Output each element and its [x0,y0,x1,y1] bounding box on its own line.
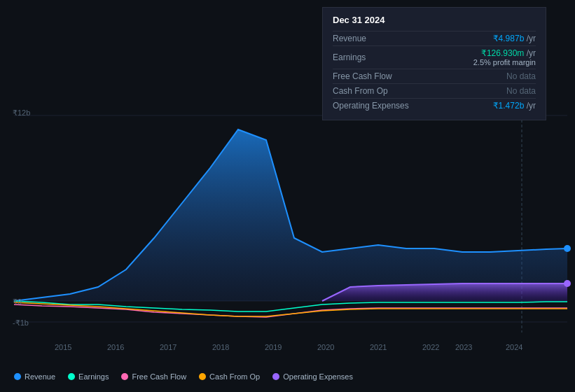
svg-point-6 [564,280,571,287]
y-label-top: ₹12b [13,108,30,118]
fcf-dot [121,373,128,380]
revenue-label: Revenue [333,34,366,43]
x-label-2021: 2021 [370,343,387,351]
x-label-2018: 2018 [212,343,229,351]
svg-point-5 [564,245,571,252]
chart-container: Dec 31 2024 Revenue ₹4.987b /yr Earnings… [0,0,575,392]
revenue-dot [14,373,21,380]
legend-earnings[interactable]: Earnings [68,372,109,381]
x-label-2020: 2020 [317,343,334,351]
legend: Revenue Earnings Free Cash Flow Cash Fro… [14,372,353,381]
earnings-dot [68,373,75,380]
tooltip-fcf-row: Free Cash Flow No data [333,69,536,83]
earnings-value: ₹126.930m /yr [473,48,536,58]
legend-cashfromop[interactable]: Cash From Op [199,372,260,381]
fcf-label: Free Cash Flow [333,71,392,81]
x-label-2017: 2017 [160,343,176,351]
cashfromop-value: No data [506,86,536,96]
x-label-2022: 2022 [422,343,439,351]
x-label-2024: 2024 [506,343,522,351]
revenue-legend-label: Revenue [25,372,55,381]
tooltip-cashfromop-row: Cash From Op No data [333,83,536,98]
cashfromop-label: Cash From Op [333,86,388,96]
legend-fcf[interactable]: Free Cash Flow [121,372,186,381]
legend-opex[interactable]: Operating Expenses [272,372,353,381]
cashfromop-dot [199,373,206,380]
tooltip-box: Dec 31 2024 Revenue ₹4.987b /yr Earnings… [322,7,546,120]
y-label-bot: -₹1b [13,318,29,328]
fcf-legend-label: Free Cash Flow [132,372,186,381]
x-label-2023: 2023 [455,343,472,351]
revenue-value: ₹4.987b /yr [493,34,536,43]
profit-margin: 2.5% profit margin [473,58,536,66]
opex-value: ₹1.472b /yr [493,101,536,111]
opex-legend-label: Operating Expenses [283,372,353,381]
x-label-2019: 2019 [265,343,282,351]
earnings-label: Earnings [333,52,366,62]
x-label-2016: 2016 [107,343,124,351]
tooltip-title: Dec 31 2024 [333,15,536,25]
tooltip-revenue-row: Revenue ₹4.987b /yr [333,31,536,46]
tooltip-opex-row: Operating Expenses ₹1.472b /yr [333,98,536,113]
opex-dot [272,373,279,380]
opex-label: Operating Expenses [333,101,409,111]
x-label-2015: 2015 [55,343,71,351]
fcf-value: No data [506,71,536,81]
legend-revenue[interactable]: Revenue [14,372,55,381]
tooltip-earnings-row: Earnings ₹126.930m /yr 2.5% profit margi… [333,46,536,69]
y-label-mid: ₹0 [13,298,22,307]
earnings-legend-label: Earnings [78,372,109,381]
cashfromop-legend-label: Cash From Op [209,372,260,381]
